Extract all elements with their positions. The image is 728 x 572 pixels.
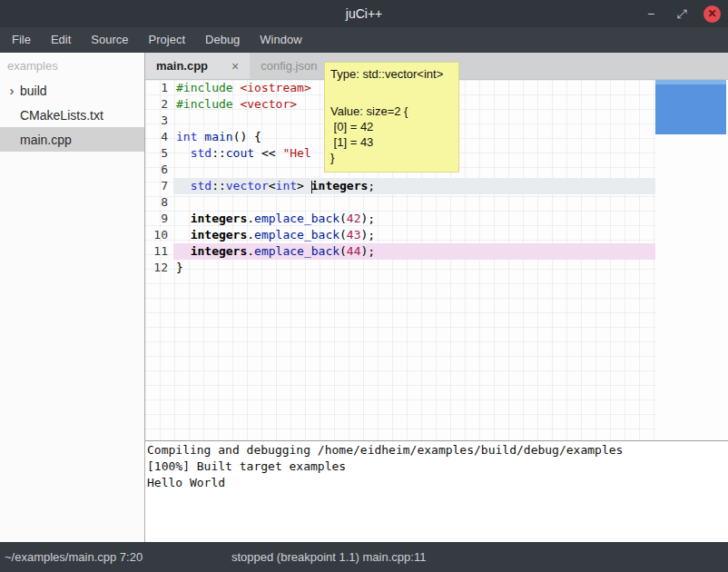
code-token: ::: [212, 179, 226, 192]
code-token: 43: [347, 228, 361, 242]
sidebar-item-cmakelists[interactable]: CMakeLists.txt: [0, 103, 144, 127]
code-token: [176, 228, 191, 242]
code-token: emplace_back: [254, 244, 339, 258]
editor-line[interactable]: 10 integers.emplace_back(43);: [145, 227, 728, 243]
code-token: <iostream>: [240, 81, 310, 94]
code-token: integers: [311, 179, 369, 192]
sidebar-item-label: build: [20, 84, 47, 98]
tab-config-json[interactable]: config.json: [250, 53, 328, 79]
editor-line[interactable]: 8: [145, 194, 728, 211]
menu-item-source[interactable]: Source: [81, 27, 138, 53]
line-number: 3: [145, 113, 173, 129]
code-token: <<: [254, 146, 282, 160]
code-token: vector: [226, 179, 269, 192]
scrollbar-overview-thumb[interactable]: [655, 80, 726, 134]
output-line: [100%] Built target examples: [147, 459, 728, 475]
line-number: 2: [145, 96, 173, 113]
menu-item-window[interactable]: Window: [250, 27, 311, 53]
code-token: emplace_back: [254, 228, 339, 242]
code-token: (: [339, 228, 347, 242]
code-token: cout: [226, 146, 254, 160]
code-token: >: [297, 179, 311, 192]
line-number: 10: [145, 227, 173, 243]
minimize-icon[interactable]: −: [642, 5, 660, 23]
tooltip-value-line: [0] = 42: [330, 119, 453, 134]
code-token: }: [176, 261, 183, 274]
maximize-icon[interactable]: ⤢: [673, 5, 691, 23]
tab-close-icon[interactable]: ×: [231, 59, 239, 74]
code-token: integers: [191, 228, 248, 242]
code-token: [176, 244, 191, 258]
tooltip-value-line: Value: size=2 {: [330, 104, 453, 119]
code-token: main: [204, 130, 232, 143]
code-token: );: [361, 228, 376, 242]
sidebar-item-maincpp[interactable]: main.cpp: [0, 127, 144, 152]
debug-tooltip: Type: std::vector<int> Value: size=2 { […: [324, 62, 459, 173]
code-token: .: [247, 244, 254, 258]
editor-line[interactable]: 12}: [145, 260, 728, 276]
output-panel[interactable]: Compiling and debugging /home/eidheim/ex…: [145, 440, 728, 542]
code-token: "Hel: [282, 146, 310, 160]
code-line[interactable]: [173, 194, 655, 211]
code-token: 42: [347, 212, 361, 225]
code-line[interactable]: integers.emplace_back(44);: [173, 243, 655, 260]
output-line: Compiling and debugging /home/eidheim/ex…: [147, 442, 728, 459]
window-title: juCi++: [0, 6, 728, 21]
code-token: [176, 179, 191, 192]
file-tree-sidebar: examples › build CMakeLists.txt main.cpp: [0, 53, 145, 542]
code-token: );: [361, 244, 376, 258]
code-token: () {: [233, 130, 261, 143]
sidebar-item-build[interactable]: › build: [0, 78, 144, 103]
line-number: 1: [145, 80, 173, 96]
code-token: );: [361, 212, 376, 225]
code-token: #include: [176, 81, 233, 94]
tab-label: main.cpp: [156, 59, 208, 73]
line-number: 12: [145, 260, 173, 276]
menu-item-project[interactable]: Project: [139, 27, 195, 53]
menu-item-debug[interactable]: Debug: [195, 27, 250, 53]
tooltip-spacer: [330, 82, 453, 104]
code-token: <: [269, 179, 276, 192]
code-token: <vector>: [240, 97, 297, 111]
code-token: 44: [347, 244, 361, 258]
code-token: int: [176, 130, 197, 143]
line-number: 11: [145, 243, 173, 260]
close-icon[interactable]: ✕: [703, 5, 721, 23]
tooltip-type-line: Type: std::vector<int>: [330, 67, 453, 82]
chevron-right-icon[interactable]: ›: [5, 83, 18, 98]
tooltip-value-line: [1] = 43: [330, 134, 453, 150]
code-line[interactable]: std::vector<int> integers;: [173, 178, 655, 194]
code-token: [176, 212, 191, 225]
editor-line[interactable]: 11 integers.emplace_back(44);: [145, 243, 728, 260]
line-number: 8: [145, 194, 173, 211]
editor-line[interactable]: 9 integers.emplace_back(42);: [145, 211, 728, 227]
code-line[interactable]: }: [173, 260, 655, 276]
code-token: ;: [368, 179, 375, 192]
tab-label: config.json: [261, 59, 317, 73]
code-token: std: [191, 146, 212, 160]
line-number: 9: [145, 211, 173, 227]
code-token: (: [339, 212, 347, 225]
line-number: 5: [145, 145, 173, 162]
code-token: #include: [176, 97, 233, 111]
code-token: .: [247, 212, 254, 225]
editor-line[interactable]: 7 std::vector<int> integers;: [145, 178, 728, 194]
menu-item-file[interactable]: File: [2, 27, 41, 53]
statusbar: ~/examples/main.cpp 7:20 stopped (breakp…: [0, 542, 728, 572]
tooltip-value-line: }: [330, 150, 453, 165]
sidebar-item-label: main.cpp: [20, 133, 72, 147]
tab-main-cpp[interactable]: main.cpp ×: [145, 53, 250, 79]
menubar: FileEditSourceProjectDebugWindow: [0, 27, 728, 53]
menu-item-edit[interactable]: Edit: [41, 27, 81, 53]
code-token: std: [191, 179, 212, 192]
line-number: 6: [145, 162, 173, 178]
code-line[interactable]: integers.emplace_back(43);: [173, 227, 655, 243]
code-line[interactable]: integers.emplace_back(42);: [173, 211, 655, 227]
code-token: emplace_back: [254, 212, 339, 225]
code-token: int: [276, 179, 297, 192]
code-token: ::: [212, 146, 226, 160]
window-controls: − ⤢ ✕: [642, 0, 721, 27]
line-number: 4: [145, 129, 173, 145]
output-line: Hello World: [147, 475, 728, 491]
status-file-position: ~/examples/main.cpp 7:20: [5, 542, 143, 572]
